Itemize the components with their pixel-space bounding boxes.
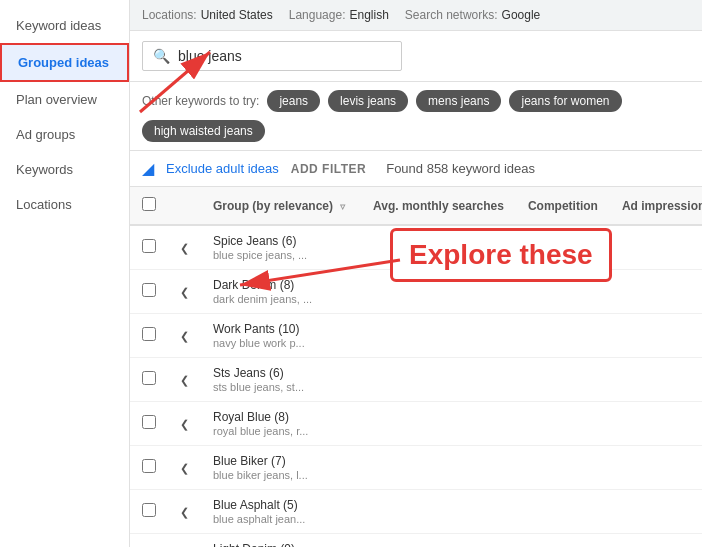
row-competition bbox=[516, 358, 610, 402]
keyword-chip-jeans[interactable]: jeans bbox=[267, 90, 320, 112]
expand-chevron[interactable]: ❮ bbox=[180, 418, 189, 430]
main-content: Locations: United States Language: Engli… bbox=[130, 0, 702, 547]
expand-chevron[interactable]: ❮ bbox=[180, 330, 189, 342]
header-expand-col bbox=[168, 187, 201, 225]
language-label: Language: bbox=[289, 8, 346, 22]
header-group[interactable]: Group (by relevance) ▿ bbox=[201, 187, 361, 225]
expand-chevron[interactable]: ❮ bbox=[180, 462, 189, 474]
search-input[interactable] bbox=[178, 48, 391, 64]
row-ad-impression bbox=[610, 314, 702, 358]
locations-value: United States bbox=[201, 8, 273, 22]
sidebar-item-keyword-ideas[interactable]: Keyword ideas bbox=[0, 8, 129, 43]
keyword-ideas-table: Group (by relevance) ▿ Avg. monthly sear… bbox=[130, 187, 702, 547]
keyword-count: Found 858 keyword ideas bbox=[386, 161, 535, 176]
table-row: ❮ Dark Denim (8) dark denim jeans, ... bbox=[130, 270, 702, 314]
row-checkbox-4[interactable] bbox=[142, 415, 156, 429]
row-group-cell: Work Pants (10) navy blue work p... bbox=[201, 314, 361, 358]
expand-chevron[interactable]: ❮ bbox=[180, 506, 189, 518]
group-name: Blue Asphalt (5) bbox=[213, 498, 349, 512]
exclude-adult-ideas-link[interactable]: Exclude adult ideas bbox=[166, 161, 279, 176]
keywords-to-try-bar: Other keywords to try: jeans levis jeans… bbox=[130, 82, 702, 151]
expand-chevron[interactable]: ❮ bbox=[180, 374, 189, 386]
group-sub: dark denim jeans, ... bbox=[213, 293, 349, 305]
row-group-cell: Sts Jeans (6) sts blue jeans, st... bbox=[201, 358, 361, 402]
sidebar: Keyword ideas Grouped ideas Plan overvie… bbox=[0, 0, 130, 547]
row-ad-impression bbox=[610, 225, 702, 270]
group-name: Royal Blue (8) bbox=[213, 410, 349, 424]
locations-section: Locations: United States bbox=[142, 8, 273, 22]
row-checkbox-cell bbox=[130, 402, 168, 446]
header-competition: Competition bbox=[516, 187, 610, 225]
row-checkbox-2[interactable] bbox=[142, 327, 156, 341]
sidebar-item-plan-overview[interactable]: Plan overview bbox=[0, 82, 129, 117]
search-icon: 🔍 bbox=[153, 48, 170, 64]
sidebar-item-locations[interactable]: Locations bbox=[0, 187, 129, 222]
row-expand-cell: ❮ bbox=[168, 402, 201, 446]
keyword-chip-mens-jeans[interactable]: mens jeans bbox=[416, 90, 501, 112]
language-value: English bbox=[349, 8, 388, 22]
expand-chevron[interactable]: ❮ bbox=[180, 242, 189, 254]
table-row: ❮ Royal Blue (8) royal blue jeans, r... bbox=[130, 402, 702, 446]
group-sub: blue asphalt jean... bbox=[213, 513, 349, 525]
row-ad-impression bbox=[610, 534, 702, 548]
row-checkbox-6[interactable] bbox=[142, 503, 156, 517]
row-monthly-searches bbox=[361, 270, 516, 314]
table-row: ❮ Blue Biker (7) blue biker jeans, l... bbox=[130, 446, 702, 490]
table-body: ❮ Spice Jeans (6) blue spice jeans, ... … bbox=[130, 225, 702, 547]
sidebar-item-keywords[interactable]: Keywords bbox=[0, 152, 129, 187]
row-ad-impression bbox=[610, 402, 702, 446]
row-expand-cell: ❮ bbox=[168, 534, 201, 548]
sidebar-item-ad-groups[interactable]: Ad groups bbox=[0, 117, 129, 152]
add-filter-button[interactable]: ADD FILTER bbox=[291, 162, 366, 176]
group-name: Light Denim (9) bbox=[213, 542, 349, 547]
filter-icon: ◢ bbox=[142, 159, 154, 178]
row-competition bbox=[516, 270, 610, 314]
row-group-cell: Spice Jeans (6) blue spice jeans, ... bbox=[201, 225, 361, 270]
row-competition bbox=[516, 402, 610, 446]
header-monthly-searches: Avg. monthly searches bbox=[361, 187, 516, 225]
group-name: Dark Denim (8) bbox=[213, 278, 349, 292]
row-ad-impression bbox=[610, 358, 702, 402]
language-section: Language: English bbox=[289, 8, 389, 22]
search-networks-label: Search networks: bbox=[405, 8, 498, 22]
search-networks-section: Search networks: Google bbox=[405, 8, 540, 22]
row-competition bbox=[516, 534, 610, 548]
row-checkbox-cell bbox=[130, 358, 168, 402]
row-checkbox-3[interactable] bbox=[142, 371, 156, 385]
row-monthly-searches bbox=[361, 490, 516, 534]
row-checkbox-cell bbox=[130, 490, 168, 534]
row-expand-cell: ❮ bbox=[168, 358, 201, 402]
row-checkbox-1[interactable] bbox=[142, 283, 156, 297]
table-row: ❮ Sts Jeans (6) sts blue jeans, st... bbox=[130, 358, 702, 402]
keyword-chip-high-waisted-jeans[interactable]: high waisted jeans bbox=[142, 120, 265, 142]
table-header-row: Group (by relevance) ▿ Avg. monthly sear… bbox=[130, 187, 702, 225]
keyword-chip-levis-jeans[interactable]: levis jeans bbox=[328, 90, 408, 112]
row-checkbox-cell bbox=[130, 446, 168, 490]
table-row: ❮ Spice Jeans (6) blue spice jeans, ... bbox=[130, 225, 702, 270]
group-name: Sts Jeans (6) bbox=[213, 366, 349, 380]
row-checkbox-cell bbox=[130, 534, 168, 548]
row-group-cell: Royal Blue (8) royal blue jeans, r... bbox=[201, 402, 361, 446]
row-monthly-searches bbox=[361, 314, 516, 358]
row-checkbox-5[interactable] bbox=[142, 459, 156, 473]
row-checkbox-cell bbox=[130, 270, 168, 314]
row-group-cell: Light Denim (9) light blue denim j... bbox=[201, 534, 361, 548]
sort-icon[interactable]: ▿ bbox=[340, 201, 345, 212]
table-wrapper: Group (by relevance) ▿ Avg. monthly sear… bbox=[130, 187, 702, 547]
group-sub: blue biker jeans, l... bbox=[213, 469, 349, 481]
row-monthly-searches bbox=[361, 402, 516, 446]
search-input-wrapper[interactable]: 🔍 bbox=[142, 41, 402, 71]
row-group-cell: Blue Asphalt (5) blue asphalt jean... bbox=[201, 490, 361, 534]
table-row: ❮ Work Pants (10) navy blue work p... bbox=[130, 314, 702, 358]
group-sub: navy blue work p... bbox=[213, 337, 349, 349]
row-checkbox-0[interactable] bbox=[142, 239, 156, 253]
sidebar-item-grouped-ideas[interactable]: Grouped ideas bbox=[0, 43, 129, 82]
header-ad-impression: Ad impression bbox=[610, 187, 702, 225]
expand-chevron[interactable]: ❮ bbox=[180, 286, 189, 298]
row-group-cell: Blue Biker (7) blue biker jeans, l... bbox=[201, 446, 361, 490]
keyword-chip-jeans-for-women[interactable]: jeans for women bbox=[509, 90, 621, 112]
filter-bar: ◢ Exclude adult ideas ADD FILTER Found 8… bbox=[130, 151, 702, 187]
row-ad-impression bbox=[610, 446, 702, 490]
search-networks-value: Google bbox=[502, 8, 541, 22]
select-all-checkbox[interactable] bbox=[142, 197, 156, 211]
